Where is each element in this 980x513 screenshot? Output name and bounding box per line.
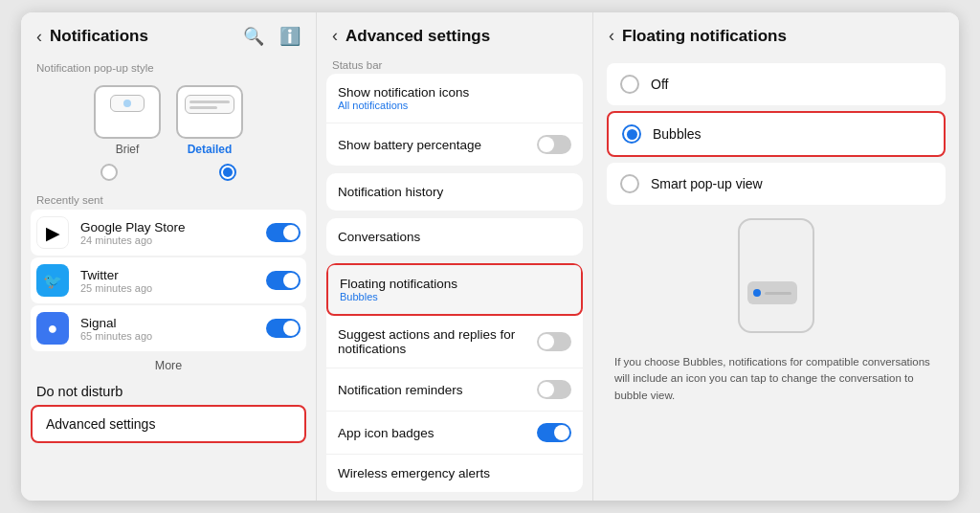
app-row-googleplay[interactable]: ▶ Google Play Store 24 minutes ago bbox=[31, 210, 306, 256]
status-bar-section: Show notification icons All notification… bbox=[326, 74, 583, 166]
info-icon[interactable]: ℹ️ bbox=[279, 26, 301, 47]
show-battery-text: Show battery percentage bbox=[338, 138, 529, 152]
smart-popup-label: Smart pop-up view bbox=[651, 176, 763, 191]
option-bubbles[interactable]: Bubbles bbox=[607, 111, 946, 157]
detailed-lines bbox=[189, 100, 230, 109]
panel1-header: ‹ Notifications 🔍 ℹ️ bbox=[21, 12, 316, 56]
floating-notifications-title: Floating notifications bbox=[340, 277, 569, 291]
app-icon-badges-toggle-knob bbox=[554, 425, 569, 440]
brief-phone-mock bbox=[94, 85, 161, 139]
settings-row-notification-history[interactable]: Notification history bbox=[326, 173, 583, 211]
signal-toggle-knob bbox=[283, 321, 299, 336]
popup-style-label: Notification pop-up style bbox=[31, 56, 306, 78]
search-icon[interactable]: 🔍 bbox=[243, 26, 264, 47]
smart-popup-radio[interactable] bbox=[620, 174, 639, 193]
detailed-radio[interactable] bbox=[219, 164, 236, 181]
brief-dot bbox=[123, 100, 131, 107]
googleplay-name: Google Play Store bbox=[80, 220, 255, 234]
show-notification-icons-title: Show notification icons bbox=[338, 85, 571, 100]
phone-preview bbox=[738, 218, 814, 333]
off-label: Off bbox=[651, 77, 668, 92]
notification-history-text: Notification history bbox=[338, 185, 571, 199]
panel2-back-arrow[interactable]: ‹ bbox=[332, 26, 338, 46]
googleplay-time: 24 minutes ago bbox=[80, 234, 255, 246]
det-line-2 bbox=[189, 106, 217, 109]
popup-option-brief[interactable]: Brief bbox=[94, 85, 161, 156]
settings-row-suggest-actions[interactable]: Suggest actions and replies for notifica… bbox=[326, 316, 583, 368]
settings-row-floating-notifications[interactable]: Floating notifications Bubbles bbox=[326, 263, 583, 316]
wireless-alerts-text: Wireless emergency alerts bbox=[338, 466, 571, 480]
detailed-mock-inner bbox=[185, 95, 234, 114]
panel2-title: Advanced settings bbox=[345, 27, 577, 46]
googleplay-icon: ▶ bbox=[36, 216, 69, 249]
settings-row-notification-reminders[interactable]: Notification reminders bbox=[326, 368, 583, 412]
signal-name: Signal bbox=[80, 316, 255, 330]
settings-row-wireless-alerts[interactable]: Wireless emergency alerts bbox=[326, 455, 583, 492]
panel3-header: ‹ Floating notifications bbox=[593, 12, 959, 56]
suggest-actions-text: Suggest actions and replies for notifica… bbox=[338, 327, 529, 356]
panel3-back-arrow[interactable]: ‹ bbox=[609, 26, 614, 46]
bubbles-label: Bubbles bbox=[653, 126, 702, 142]
app-row-signal[interactable]: ● Signal 65 minutes ago bbox=[31, 305, 306, 351]
popup-radio-row bbox=[31, 160, 306, 185]
settings-row-show-battery[interactable]: Show battery percentage bbox=[326, 123, 583, 166]
bubbles-radio[interactable] bbox=[622, 124, 641, 144]
notification-history-title: Notification history bbox=[338, 185, 571, 199]
panel1-back-arrow[interactable]: ‹ bbox=[36, 27, 42, 47]
brief-radio[interactable] bbox=[100, 164, 118, 181]
bubbles-radio-inner bbox=[627, 129, 637, 140]
option-smart-popup[interactable]: Smart pop-up view bbox=[607, 163, 946, 205]
conversations-section: Conversations bbox=[326, 218, 583, 256]
signal-toggle[interactable] bbox=[266, 319, 301, 338]
signal-info: Signal 65 minutes ago bbox=[80, 316, 255, 342]
notification-reminders-toggle[interactable] bbox=[537, 380, 571, 399]
twitter-icon: 🐦 bbox=[36, 264, 69, 297]
wireless-alerts-title: Wireless emergency alerts bbox=[338, 466, 571, 480]
bubble-preview-line bbox=[765, 292, 791, 295]
popup-option-detailed[interactable]: Detailed bbox=[176, 85, 243, 156]
suggest-actions-title: Suggest actions and replies for notifica… bbox=[338, 327, 529, 356]
twitter-time: 25 minutes ago bbox=[80, 282, 255, 294]
panel2-content: Status bar Show notification icons All n… bbox=[317, 56, 592, 501]
settings-row-app-icon-badges[interactable]: App icon badges bbox=[326, 412, 583, 455]
bubbles-info-text: If you choose Bubbles, notifications for… bbox=[607, 346, 946, 404]
dnd-label: Do not disturb bbox=[31, 374, 306, 405]
floating-notifications-sub: Bubbles bbox=[340, 291, 569, 302]
panel1-content: Notification pop-up style Brief bbox=[21, 56, 316, 501]
googleplay-info: Google Play Store 24 minutes ago bbox=[80, 220, 255, 246]
googleplay-toggle[interactable] bbox=[266, 223, 301, 242]
signal-time: 65 minutes ago bbox=[80, 330, 255, 342]
conversations-text: Conversations bbox=[338, 230, 571, 244]
app-icon-badges-toggle[interactable] bbox=[537, 423, 571, 442]
more-link[interactable]: More bbox=[31, 353, 306, 374]
bubble-preview bbox=[747, 281, 797, 304]
status-bar-label: Status bar bbox=[326, 56, 583, 74]
googleplay-toggle-knob bbox=[283, 225, 299, 240]
twitter-toggle[interactable] bbox=[266, 271, 301, 290]
option-off[interactable]: Off bbox=[607, 63, 946, 105]
bubble-preview-dot bbox=[753, 289, 761, 297]
notification-history-section: Notification history bbox=[326, 173, 583, 211]
advanced-settings-button[interactable]: Advanced settings bbox=[31, 405, 306, 443]
suggest-actions-toggle[interactable] bbox=[537, 332, 571, 351]
brief-label: Brief bbox=[116, 143, 140, 156]
show-battery-toggle[interactable] bbox=[537, 135, 571, 154]
detailed-label: Detailed bbox=[188, 143, 233, 156]
main-settings-section: Floating notifications Bubbles Suggest a… bbox=[326, 263, 583, 492]
settings-row-show-notification-icons[interactable]: Show notification icons All notification… bbox=[326, 74, 583, 123]
show-battery-title: Show battery percentage bbox=[338, 138, 529, 152]
settings-row-conversations[interactable]: Conversations bbox=[326, 218, 583, 256]
app-icon-badges-title: App icon badges bbox=[338, 426, 529, 440]
recently-sent-label: Recently sent bbox=[31, 185, 306, 210]
off-radio[interactable] bbox=[620, 75, 639, 94]
det-line-1 bbox=[189, 100, 230, 103]
app-row-twitter[interactable]: 🐦 Twitter 25 minutes ago bbox=[31, 257, 306, 303]
detailed-phone-mock bbox=[176, 85, 243, 139]
floating-notifications-text: Floating notifications Bubbles bbox=[340, 277, 569, 302]
panel3-title: Floating notifications bbox=[622, 27, 944, 46]
panel-advanced-settings: ‹ Advanced settings Status bar Show noti… bbox=[316, 12, 593, 501]
panel3-content: Off Bubbles Smart pop-up view bbox=[593, 56, 959, 501]
popup-style-row: Brief Detailed bbox=[31, 78, 306, 160]
show-notification-icons-sub: All notifications bbox=[338, 100, 571, 111]
suggest-actions-toggle-knob bbox=[539, 334, 554, 349]
